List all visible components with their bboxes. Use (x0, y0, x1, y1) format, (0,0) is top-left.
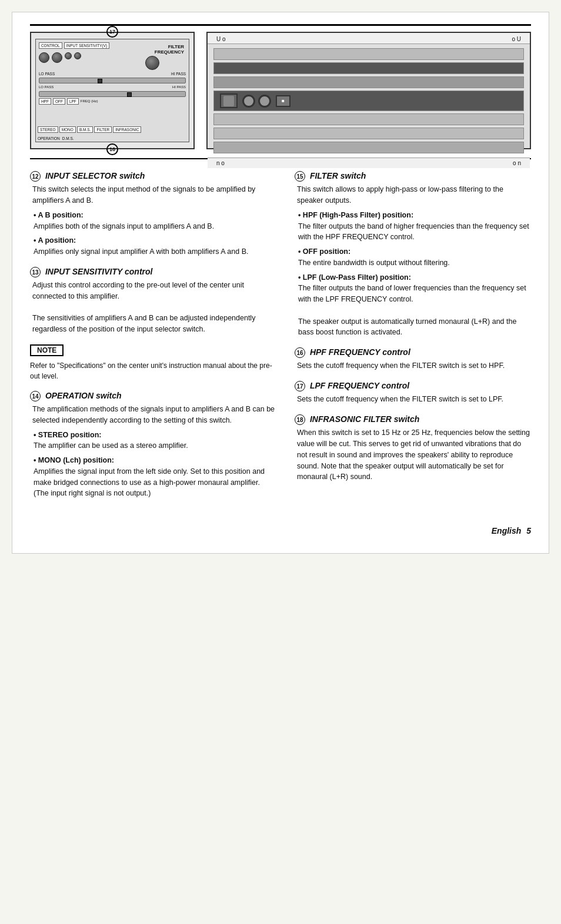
diag-row-5 (213, 113, 524, 125)
section-15-lpf-text: The filter outputs the band of lower fre… (298, 284, 526, 303)
section-18-title: 18 INFRASONIC FILTER switch (295, 414, 531, 425)
knob-small-2 (74, 52, 81, 59)
note-text: Refer to "Specifications" on the center … (30, 360, 277, 381)
section-14-mono-title: • MONO (Lch) position: (34, 456, 114, 464)
section-15-body: This switch allows to apply high-pass or… (295, 184, 531, 338)
section-13-desc2: The sensitivities of amplifiers A and B … (32, 314, 255, 333)
hi-pass-label: HI PASS (171, 72, 186, 76)
right-diag-bottom-left: n o (216, 160, 225, 166)
section-15: 15 FILTER switch This switch allows to a… (295, 171, 531, 338)
section-12-ab-title: • A B position: (34, 211, 84, 219)
section-18-desc: When this switch is set to 15 Hz or 25 H… (297, 428, 530, 481)
section-15-off-text: The entire bandwidth is output without f… (298, 259, 450, 267)
section-15-off: • OFF position: The entire bandwidth is … (298, 246, 531, 269)
knob-2 (52, 52, 62, 63)
section-13-num: 13 (30, 267, 41, 277)
section-15-lpf-text2: The speaker output is automatically turn… (298, 317, 516, 337)
slider-1 (39, 78, 186, 83)
section-14-mono: • MONO (Lch) position: Amplifies the sig… (34, 455, 277, 499)
diag-row-3 (213, 76, 524, 88)
section-17-body: Sets the cutoff frequency when the FILTE… (295, 394, 531, 405)
diag-row-1 (213, 48, 524, 60)
section-18-num: 18 (295, 414, 305, 425)
right-device-diagram: U o o U (206, 32, 531, 149)
section-17-title: 17 LPF FREQUENCY control (295, 381, 531, 391)
lpf-switch: LPF (67, 98, 79, 105)
left-column: 12 INPUT SELECTOR switch This switch sel… (30, 171, 277, 508)
section-12-desc: This switch selects the input method of … (32, 185, 255, 205)
section-12-a-title: • A position: (34, 236, 76, 245)
section-16-title-text: HPF FREQUENCY control (310, 347, 410, 357)
badge-17: 17 (106, 26, 118, 38)
connector-2 (258, 95, 271, 108)
right-diag-rows: ■ (208, 44, 530, 158)
section-14-num: 14 (30, 391, 41, 401)
section-14-body: The amplification methods of the signals… (30, 404, 277, 499)
connector-icons (241, 93, 273, 109)
section-12-body: This switch selects the input method of … (30, 184, 277, 257)
right-diag-top-right: o U (512, 36, 521, 42)
footer-text: English (492, 526, 522, 535)
freq-label: FILTERFREQUENCY (155, 44, 184, 55)
right-column: 15 FILTER switch This switch allows to a… (295, 171, 531, 508)
section-13-desc1: Adjust this control according to the pre… (32, 281, 244, 300)
operation-label: OPERATION (38, 136, 60, 140)
freq-knob (145, 56, 159, 70)
section-16: 16 HPF FREQUENCY control Sets the cutoff… (295, 347, 531, 371)
section-12-title: 12 INPUT SELECTOR switch (30, 171, 277, 182)
section-15-hpf-title: • HPF (High-Pass Filter) position: (298, 211, 413, 219)
knob-small-1 (65, 52, 72, 59)
connector-1 (242, 95, 255, 108)
dms-label: D.M.S. (62, 136, 74, 140)
diag-row-2 (213, 62, 524, 74)
section-15-desc: This switch allows to apply high-pass or… (297, 185, 503, 205)
section-16-title: 16 HPF FREQUENCY control (295, 347, 531, 358)
section-12-ab: • A B position: Amplifies both of the si… (34, 210, 277, 232)
section-13: 13 INPUT SENSITIVITY control Adjust this… (30, 267, 277, 381)
section-14: 14 OPERATION switch The amplification me… (30, 391, 277, 499)
section-18-body: When this switch is set to 15 Hz or 25 H… (295, 427, 531, 483)
section-12-ab-text: Amplifies both of the signals input to a… (34, 222, 214, 230)
slider-2 (39, 91, 186, 97)
section-12-a: • A position: Amplifies only signal inpu… (34, 235, 277, 257)
section-14-stereo-title: • STEREO position: (34, 431, 102, 439)
section-13-title: 13 INPUT SENSITIVITY control (30, 267, 277, 277)
device-panel: CONTROL INPUT SENSITIVITY(V) FILTERFREQU… (35, 39, 189, 142)
section-18: 18 INFRASONIC FILTER switch When this sw… (295, 414, 531, 483)
section-17-desc: Sets the cutoff frequency when the FILTE… (297, 395, 503, 403)
control-label: CONTROL (39, 42, 62, 49)
off-switch: OFF (53, 98, 65, 105)
filter-label: FILTER (94, 126, 112, 133)
right-diag-top: U o o U (208, 33, 530, 44)
section-17-title-text: LPF FREQUENCY control (310, 381, 409, 390)
right-diag-top-left: U o (216, 36, 226, 42)
section-16-num: 16 (295, 347, 305, 358)
page-footer: English 5 (30, 520, 531, 535)
section-12-title-text: INPUT SELECTOR switch (45, 171, 145, 180)
section-14-desc: The amplification methods of the signals… (32, 405, 275, 424)
section-15-off-title: • OFF position: (298, 247, 350, 256)
mono-label: MONO (59, 126, 76, 133)
section-15-num: 15 (295, 171, 305, 182)
section-14-stereo-text: The amplifier can be used as a stereo am… (34, 441, 188, 450)
right-diag-bottom: n o o n (208, 158, 530, 168)
right-diag-bottom-right: o n (513, 160, 521, 166)
section-12: 12 INPUT SELECTOR switch This switch sel… (30, 171, 277, 257)
badge-16: 16 (106, 143, 118, 155)
diagram-area: CONTROL INPUT SENSITIVITY(V) FILTERFREQU… (30, 32, 531, 159)
lo-pass-label-2: LO PASS (39, 85, 54, 89)
hi-pass-label-2: HI PASS (172, 85, 186, 89)
stereo-label: STEREO (38, 126, 58, 133)
section-17-num: 17 (295, 381, 305, 391)
freq-hz-label: FREQ (Hz) (81, 99, 98, 103)
note-container: NOTE Refer to "Specifications" on the ce… (30, 340, 277, 381)
knob-1 (39, 52, 49, 63)
diag-row-6 (213, 128, 524, 139)
section-18-title-text: INFRASONIC FILTER switch (310, 414, 419, 424)
page-container: CONTROL INPUT SENSITIVITY(V) FILTERFREQU… (12, 12, 549, 554)
section-17: 17 LPF FREQUENCY control Sets the cutoff… (295, 381, 531, 405)
section-12-a-text: Amplifies only signal input amplifier A … (34, 247, 248, 256)
section-13-body: Adjust this control according to the pre… (30, 280, 277, 335)
section-14-stereo: • STEREO position: The amplifier can be … (34, 430, 277, 452)
infrasonic-label: INFRASONIC (113, 126, 141, 133)
